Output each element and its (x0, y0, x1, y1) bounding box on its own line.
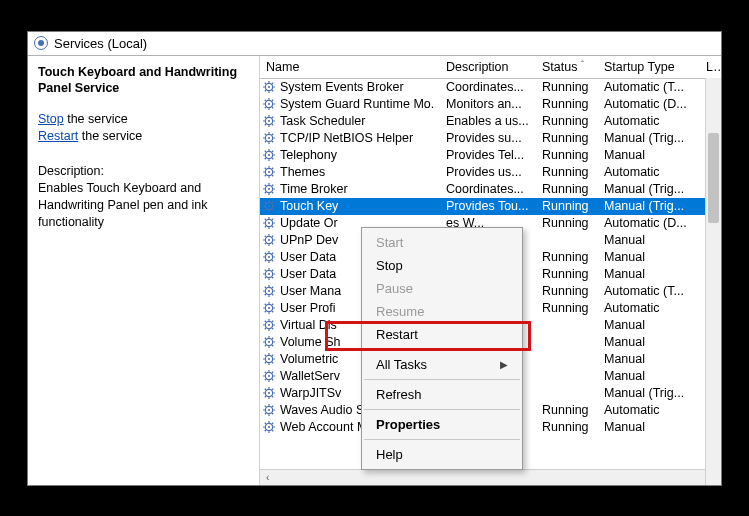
service-name: Themes (280, 165, 325, 179)
svg-line-177 (272, 379, 273, 380)
svg-line-158 (272, 338, 273, 339)
svg-line-36 (265, 134, 266, 135)
svg-point-161 (268, 358, 270, 360)
service-startup: Manual (598, 147, 700, 164)
ctx-all-tasks[interactable]: All Tasks ▶ (362, 353, 522, 376)
service-name: Telephony (280, 148, 337, 162)
gear-icon (262, 284, 276, 298)
col-header-status[interactable]: Status (536, 56, 598, 79)
gear-icon (262, 233, 276, 247)
service-name: Update Or (280, 216, 338, 230)
svg-line-156 (265, 338, 266, 339)
restart-service-link[interactable]: Restart (38, 129, 78, 143)
gear-icon (262, 97, 276, 111)
gear-icon (262, 216, 276, 230)
svg-line-47 (272, 158, 273, 159)
col-header-logon[interactable]: Log ˆ (700, 56, 721, 79)
service-name: UPnP Dev (280, 233, 338, 247)
service-status: Running (536, 266, 598, 283)
svg-line-78 (272, 202, 273, 203)
svg-line-28 (272, 117, 273, 118)
service-status (536, 334, 598, 351)
svg-line-207 (272, 430, 273, 431)
service-description: Monitors an... (440, 96, 536, 113)
svg-line-17 (272, 107, 273, 108)
service-status: Running (536, 402, 598, 419)
ctx-properties[interactable]: Properties (362, 413, 522, 436)
svg-line-39 (265, 141, 266, 142)
svg-line-79 (265, 209, 266, 210)
vertical-scrollbar[interactable] (705, 78, 721, 485)
svg-line-128 (272, 287, 273, 288)
service-name: TCP/IP NetBIOS Helper (280, 131, 413, 145)
gear-icon (262, 148, 276, 162)
service-status: Running (536, 147, 598, 164)
svg-line-9 (265, 90, 266, 91)
service-status (536, 232, 598, 249)
table-row[interactable]: System Guard Runtime Mo... Monitors an..… (260, 96, 721, 113)
service-startup: Manual (598, 266, 700, 283)
gear-icon (262, 301, 276, 315)
svg-line-48 (272, 151, 273, 152)
svg-line-157 (272, 345, 273, 346)
service-status: Running (536, 249, 598, 266)
svg-line-69 (265, 192, 266, 193)
submenu-arrow-icon: ▶ (500, 359, 508, 370)
svg-line-159 (265, 345, 266, 346)
svg-line-108 (272, 253, 273, 254)
service-status (536, 385, 598, 402)
svg-line-37 (272, 141, 273, 142)
service-startup: Manual (Trig... (598, 385, 700, 402)
service-name: System Guard Runtime Mo... (280, 97, 434, 111)
svg-line-149 (265, 328, 266, 329)
ctx-restart[interactable]: Restart (362, 323, 522, 346)
ctx-pause: Pause (362, 277, 522, 300)
services-local-icon (34, 36, 48, 50)
service-name: Volume Sh (280, 335, 340, 349)
ctx-sep-1 (364, 349, 520, 350)
table-row[interactable]: Time Broker Coordinates... Running Manua… (260, 181, 721, 198)
col-header-description[interactable]: Description (440, 56, 536, 79)
svg-line-167 (272, 362, 273, 363)
table-row[interactable]: Telephony Provides Tel... Running Manual… (260, 147, 721, 164)
table-row[interactable]: Task Scheduler Enables a us... Running A… (260, 113, 721, 130)
svg-line-118 (272, 270, 273, 271)
ctx-stop[interactable]: Stop (362, 254, 522, 277)
table-row[interactable]: Touch Key Provides Tou... Running Manual… (260, 198, 721, 215)
ctx-sep-4 (364, 439, 520, 440)
svg-point-191 (268, 409, 270, 411)
gear-icon (262, 403, 276, 417)
svg-line-188 (272, 389, 273, 390)
svg-point-131 (268, 307, 270, 309)
service-startup: Automatic (598, 402, 700, 419)
service-name: System Events Broker (280, 80, 404, 94)
service-name: Volumetric (280, 352, 338, 366)
svg-line-19 (265, 107, 266, 108)
scroll-thumb[interactable] (708, 133, 719, 223)
svg-line-88 (272, 219, 273, 220)
svg-line-197 (272, 413, 273, 414)
service-status: Running (536, 198, 598, 215)
stop-service-link[interactable]: Stop (38, 112, 64, 126)
service-name: User Mana (280, 284, 341, 298)
service-name: User Profi (280, 301, 336, 315)
horizontal-scrollbar[interactable]: ‹ (260, 469, 705, 485)
svg-line-117 (272, 277, 273, 278)
table-row[interactable]: TCP/IP NetBIOS Helper Provides su... Run… (260, 130, 721, 147)
service-status: Running (536, 78, 598, 96)
svg-line-116 (265, 270, 266, 271)
svg-line-38 (272, 134, 273, 135)
table-row[interactable]: System Events Broker Coordinates... Runn… (260, 78, 721, 96)
ctx-refresh[interactable]: Refresh (362, 383, 522, 406)
ctx-help[interactable]: Help (362, 443, 522, 466)
col-header-name[interactable]: Name (260, 56, 440, 79)
svg-line-106 (265, 253, 266, 254)
table-row[interactable]: Themes Provides us... Running Automatic … (260, 164, 721, 181)
svg-line-189 (265, 396, 266, 397)
service-startup: Manual (598, 232, 700, 249)
service-name: WalletServ (280, 369, 340, 383)
service-name: Touch Key (280, 199, 338, 213)
col-header-startup[interactable]: Startup Type (598, 56, 700, 79)
svg-point-71 (268, 205, 270, 207)
svg-line-126 (265, 287, 266, 288)
